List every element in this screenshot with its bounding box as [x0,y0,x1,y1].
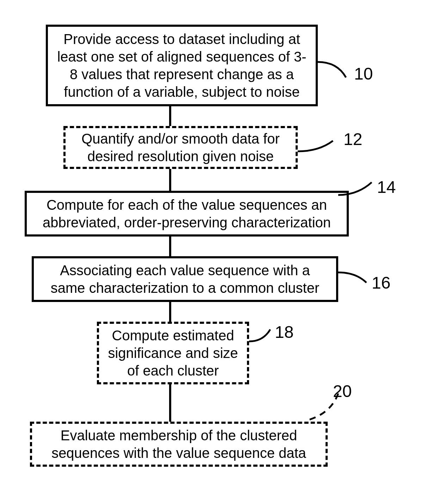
step-20-box: Evaluate membership of the clustered seq… [30,422,328,467]
step-16-text: Associating each value sequence with a s… [41,262,329,297]
step-16-label: 16 [372,275,390,291]
step-18-label: 18 [275,324,293,341]
step-12-text: Quantify and/or smooth data for desired … [73,130,289,165]
step-12-box: Quantify and/or smooth data for desired … [63,126,298,169]
step-14-text: Compute for each of the value sequences … [34,196,340,231]
step-10-box: Provide access to dataset including at l… [46,25,318,106]
leader-18 [249,327,276,345]
connector-10-12 [169,106,171,126]
step-12-label: 12 [344,131,362,148]
step-18-box: Compute estimated significance and size … [97,322,249,384]
flowchart: Provide access to dataset including at l… [0,0,427,504]
leader-16 [338,270,372,286]
step-18-text: Compute estimated significance and size … [106,327,240,379]
connector-16-18 [169,302,171,322]
step-14-label: 14 [377,179,396,196]
step-20-label: 20 [333,383,352,400]
connector-18-20 [169,384,171,422]
step-10-label: 10 [354,65,373,82]
leader-10 [318,60,351,81]
leader-14 [338,180,377,200]
connector-14-16 [169,237,171,256]
connector-12-14 [169,169,171,191]
step-16-box: Associating each value sequence with a s… [32,256,338,302]
step-10-text: Provide access to dataset including at l… [55,30,309,101]
step-14-box: Compute for each of the value sequences … [25,191,349,237]
leader-12 [298,139,340,158]
step-20-text: Evaluate membership of the clustered seq… [39,427,318,462]
